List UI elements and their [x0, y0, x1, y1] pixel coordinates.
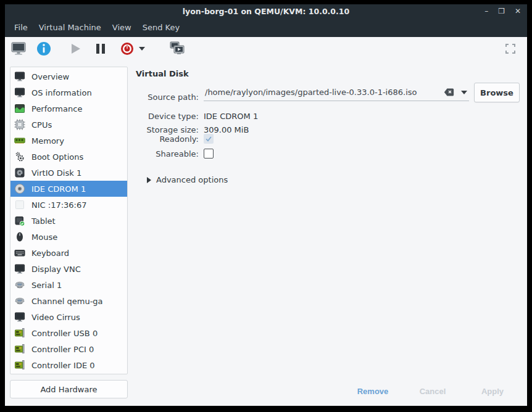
device-type-label: Device type:: [133, 112, 199, 121]
sidebar-item-virtio-disk-1[interactable]: VirtIO Disk 1: [10, 165, 127, 181]
advanced-options-expander[interactable]: Advanced options: [147, 175, 228, 184]
sidebar-item-label: Video Cirrus: [31, 313, 80, 322]
sidebar-item-label: IDE CDROM 1: [31, 184, 86, 194]
shutdown-menu-button[interactable]: [136, 40, 148, 57]
menu-file[interactable]: File: [9, 19, 33, 36]
sidebar-item-boot-options[interactable]: Boot Options: [10, 149, 127, 165]
shareable-checkbox[interactable]: [204, 149, 214, 159]
remove-button[interactable]: Remove: [345, 382, 401, 400]
sidebar-item-label: Memory: [31, 136, 64, 146]
nic-icon: [14, 199, 25, 210]
browse-button[interactable]: Browse: [474, 83, 520, 102]
serial-icon: [14, 279, 25, 290]
controller-icon: [14, 344, 25, 355]
monitor-icon: [14, 71, 25, 82]
play-icon: [69, 43, 81, 55]
performance-icon: [14, 103, 25, 114]
cpu-icon: [14, 119, 25, 130]
mouse-icon: [14, 231, 25, 242]
info-icon: [36, 41, 51, 56]
shareable-label: Shareable:: [133, 149, 199, 159]
sidebar-item-controller-ide-0[interactable]: Controller IDE 0: [10, 357, 127, 373]
minimize-button[interactable]: –: [484, 7, 488, 15]
page-title: Virtual Disk: [136, 69, 189, 78]
sidebar-item-cpus[interactable]: CPUs: [10, 117, 127, 133]
sidebar-item-os-information[interactable]: OS information: [10, 84, 127, 101]
sidebar-item-label: OS information: [31, 88, 92, 97]
sidebar-item-label: Overview: [31, 72, 69, 81]
sidebar-item-label: Performance: [31, 104, 82, 113]
monitor-icon: [14, 311, 25, 323]
console-button[interactable]: [10, 40, 27, 57]
add-hardware-button[interactable]: Add Hardware: [10, 380, 128, 398]
run-button[interactable]: [67, 40, 84, 57]
vm-windows-button[interactable]: [168, 40, 186, 57]
virt-manager-window: lyon-borg-01 on QEMU/KVM: 10.0.0.10 – ❒ …: [5, 4, 527, 406]
details-button[interactable]: [35, 40, 52, 57]
monitor-icon: [14, 87, 25, 98]
sidebar-item-label: Serial 1: [31, 281, 62, 290]
sidebar-item-label: Boot Options: [31, 152, 83, 162]
sidebar-item-video-cirrus[interactable]: Video Cirrus: [10, 309, 127, 325]
sidebar-item-keyboard[interactable]: Keyboard: [10, 245, 127, 261]
menu-view[interactable]: View: [107, 19, 137, 36]
sidebar-item-performance[interactable]: Performance: [10, 101, 127, 117]
sidebar-item-label: Display VNC: [31, 265, 81, 274]
titlebar: lyon-borg-01 on QEMU/KVM: 10.0.0.10 – ❒ …: [5, 4, 527, 18]
readonly-checkbox: [204, 134, 214, 144]
sidebar-item-ide-cdrom-1[interactable]: IDE CDROM 1: [10, 181, 127, 197]
sidebar-item-mouse[interactable]: Mouse: [10, 229, 127, 245]
close-button[interactable]: ✕: [515, 7, 521, 15]
device-type-value: IDE CDROM 1: [204, 112, 258, 121]
sidebar-item-display-vnc[interactable]: Display VNC: [10, 261, 127, 277]
readonly-label: Readonly:: [133, 134, 199, 144]
sidebar-item-label: Controller PCI 0: [31, 345, 94, 354]
hardware-list: Overview OS information Performance CPUs…: [10, 67, 128, 374]
apply-button: Apply: [465, 382, 520, 400]
sidebar-item-tablet[interactable]: Tablet: [10, 213, 127, 229]
power-icon: [120, 42, 134, 56]
clear-backspace-icon[interactable]: [444, 88, 454, 99]
sidebar-item-label: Tablet: [31, 216, 56, 226]
sidebar-item-label: Controller USB 0: [31, 329, 98, 338]
sidebar-item-label: VirtIO Disk 1: [31, 168, 81, 178]
fullscreen-button[interactable]: [502, 40, 519, 57]
browse-label: Browse: [480, 88, 513, 97]
monitor-icon: [14, 263, 25, 274]
sidebar-item-label: Channel qemu-ga: [31, 297, 103, 306]
add-hardware-label: Add Hardware: [40, 385, 97, 394]
sidebar-item-label: CPUs: [31, 120, 52, 130]
menu-virtual-machine[interactable]: Virtual Machine: [33, 19, 107, 36]
shutdown-button[interactable]: [118, 40, 136, 57]
sidebar-item-overview[interactable]: Overview: [10, 68, 127, 84]
expander-arrow-icon: [147, 177, 151, 183]
boot-options-icon: [14, 151, 25, 162]
sidebar-item-nic[interactable]: NIC :17:36:67: [10, 197, 127, 213]
serial-icon: [14, 295, 25, 307]
sidebar-item-serial-1[interactable]: Serial 1: [10, 277, 127, 293]
sidebar-item-memory[interactable]: Memory: [10, 133, 127, 149]
memory-icon: [14, 135, 25, 146]
chevron-down-icon[interactable]: [461, 91, 467, 94]
chevron-down-icon: [139, 47, 145, 51]
sidebar-item-partial[interactable]: [10, 373, 127, 374]
sidebar-item-label: NIC :17:36:67: [31, 200, 87, 210]
menubar: File Virtual Machine View Send Key: [5, 18, 527, 37]
cancel-button: Cancel: [405, 382, 460, 400]
tablet-icon: [14, 215, 25, 226]
monitor-icon: [10, 41, 27, 56]
window-title: lyon-borg-01 on QEMU/KVM: 10.0.0.10: [183, 7, 349, 16]
source-path-label: Source path:: [133, 93, 199, 102]
sidebar-item-controller-pci-0[interactable]: Controller PCI 0: [10, 341, 127, 357]
storage-size-label: Storage size:: [133, 125, 199, 134]
sidebar-item-label: Mouse: [31, 233, 57, 242]
pause-button[interactable]: [92, 40, 109, 57]
fullscreen-icon: [505, 43, 516, 54]
source-path-input[interactable]: /home/raylyon/images/gparted-live-0.33.0…: [204, 84, 469, 101]
menu-send-key[interactable]: Send Key: [137, 19, 185, 36]
sidebar-item-controller-usb-0[interactable]: Controller USB 0: [10, 325, 127, 341]
sidebar-item-channel-qemu-ga[interactable]: Channel qemu-ga: [10, 293, 127, 309]
check-icon: [205, 135, 212, 142]
toolbar: [5, 37, 527, 62]
maximize-button[interactable]: ❒: [498, 7, 505, 15]
